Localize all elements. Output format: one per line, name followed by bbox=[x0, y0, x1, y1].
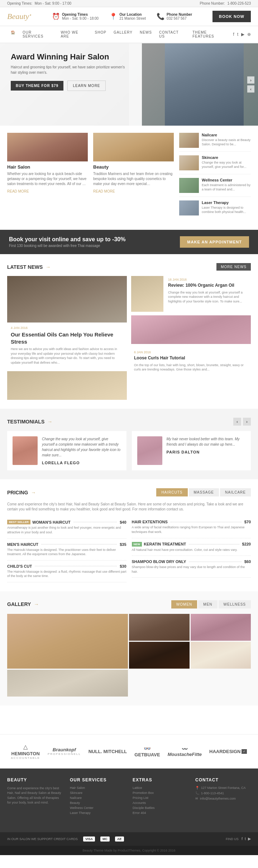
buy-theme-button[interactable]: BUY THEME FOR $79 bbox=[11, 81, 63, 91]
gallery-tab-men[interactable]: MEN bbox=[198, 600, 217, 608]
more-news-button[interactable]: MORE NEWS bbox=[216, 263, 251, 271]
footer-twitter-icon[interactable]: t bbox=[245, 837, 246, 841]
gallery-tab-women[interactable]: WOMEN bbox=[171, 600, 197, 608]
hair-extensions-price: $70 bbox=[244, 520, 251, 524]
nav-who-we-are[interactable]: WHO WE ARE bbox=[57, 26, 91, 43]
hero-arrow-left[interactable]: ‹ bbox=[247, 86, 254, 93]
nav-theme-features[interactable]: THEME FEATURES bbox=[189, 26, 233, 43]
footer-link-skincare[interactable]: Skincare bbox=[70, 791, 125, 795]
phone-footer-icon: 📞 bbox=[195, 791, 199, 795]
childs-cut-price: $30 bbox=[120, 564, 126, 568]
services-section: Hair Salon Whether you are looking for a… bbox=[0, 126, 258, 230]
pricing-tab-nailcare[interactable]: NAILCARE bbox=[220, 488, 251, 496]
brand-moustachefitte: 〰️ MoustacheFitte bbox=[168, 746, 202, 757]
testimonial-content-1: Change the way you look at yourself, giv… bbox=[42, 436, 121, 465]
facebook-icon[interactable]: f bbox=[233, 32, 234, 37]
footer-link-beauty[interactable]: Beauty bbox=[70, 801, 125, 805]
footer-link-hair-salon[interactable]: Hair Salon bbox=[70, 786, 125, 790]
footer-facebook-icon[interactable]: f bbox=[242, 837, 243, 841]
mens-haircut-desc: The Hairouki Massage is designed. The pr… bbox=[7, 548, 126, 557]
nav-contact[interactable]: CONTACT US bbox=[156, 26, 189, 43]
pricing-subtitle: Come and experience the city's best Hair… bbox=[7, 502, 251, 512]
nailcare-title: Nailcare bbox=[202, 133, 251, 137]
gallery-arrow: → bbox=[34, 601, 39, 607]
hair-salon-title: Hair Salon bbox=[7, 164, 88, 170]
pricing-item-childs-cut: CHILD'S CUT $30 The Hairouki Massage is … bbox=[7, 561, 126, 582]
footer-link-promotion[interactable]: Promotion Box bbox=[133, 791, 188, 795]
childs-cut-desc: The Hairouki Massage is designed: a flui… bbox=[7, 569, 126, 578]
gallery-tab-wellness[interactable]: WELLNESS bbox=[219, 600, 251, 608]
gallery-image-3 bbox=[191, 614, 251, 641]
header: Beauty✦ ⏰ Opening Times Mon - Sat: 9.00 … bbox=[0, 7, 258, 26]
side-news-full-image bbox=[131, 315, 251, 344]
footer-link-wellness[interactable]: Wellness Center bbox=[70, 806, 125, 810]
news-right-column: 16 JAN 2016 Review: 100% Organic Argan O… bbox=[131, 276, 251, 400]
footer-link-laser[interactable]: Laser Therapy bbox=[70, 811, 125, 815]
gallery-image-4 bbox=[129, 642, 190, 669]
pricing-item-shampoo: SHAMPOO BLOW DRY ONLY $60 Shampoo blow-d… bbox=[132, 556, 251, 578]
hair-salon-read-more[interactable]: READ MORE bbox=[7, 189, 29, 193]
testimonials-next-button[interactable]: › bbox=[243, 418, 251, 426]
pricing-section: PRICING → HAIRCUTS MASSAGE NAILCARE Come… bbox=[0, 479, 258, 591]
haardesign-badge: ✓ bbox=[242, 749, 247, 754]
opening-times: Opening Times: Mon - Sat: 9:00 - 17:00 bbox=[7, 1, 71, 5]
footer-social-links: f t ▶ bbox=[242, 837, 251, 841]
learn-more-button[interactable]: LEARN MORE bbox=[67, 81, 105, 91]
pricing-grid: BEST SELLER WOMAN'S HAIRCUT $40 Aromathe… bbox=[7, 516, 251, 582]
footer-col-beauty: BEAUTY Come and experience the city's be… bbox=[7, 777, 63, 816]
side-news-text-1: Change the way you look at yourself, giv… bbox=[168, 290, 249, 304]
testimonials-prev-button[interactable]: ‹ bbox=[233, 418, 241, 426]
nav-gallery[interactable]: GALLERY bbox=[110, 26, 136, 43]
hero-arrow-right[interactable]: › bbox=[247, 77, 254, 84]
booking-banner: Book your visit online and save up to -3… bbox=[0, 230, 258, 254]
footer-phone: 📞 1-800-113-4541 bbox=[195, 791, 251, 795]
gallery-photo-4 bbox=[129, 642, 190, 669]
gallery-main-photo bbox=[7, 614, 128, 669]
nav-items: 🏠 OUR SERVICES WHO WE ARE SHOP GALLERY N… bbox=[7, 26, 233, 43]
footer-youtube-icon[interactable]: ▶ bbox=[248, 837, 251, 841]
clock-icon: ⏰ bbox=[52, 13, 60, 20]
gallery-image-6 bbox=[7, 670, 128, 697]
nav-news[interactable]: NEWS bbox=[136, 26, 156, 43]
top-bar: Opening Times: Mon - Sat: 9:00 - 17:00 P… bbox=[0, 0, 258, 7]
nav-home[interactable]: 🏠 bbox=[7, 26, 19, 43]
footer-link-error[interactable]: Error 404 bbox=[133, 811, 188, 815]
services-grid: Hair Salon Whether you are looking for a… bbox=[7, 133, 251, 223]
rss-icon[interactable]: ⊕ bbox=[247, 32, 251, 37]
nav-services[interactable]: OUR SERVICES bbox=[19, 26, 57, 43]
pricing-tab-haircuts[interactable]: HAIRCUTS bbox=[156, 488, 187, 496]
nav-shop[interactable]: SHOP bbox=[91, 26, 110, 43]
logo[interactable]: Beauty✦ bbox=[7, 12, 32, 21]
mens-haircut-name: MEN'S HAIRCUT bbox=[7, 542, 38, 547]
wellness-thumb bbox=[179, 178, 199, 193]
news-title-arrow: → bbox=[46, 264, 51, 270]
hair-extensions-desc: A wide array of facial meditations rangi… bbox=[132, 525, 251, 534]
hero-text: Haircut and grooming tips for yourself, … bbox=[11, 64, 131, 75]
white-spacer bbox=[0, 705, 258, 734]
beauty-text: Tradition Mariners and her team thrive o… bbox=[93, 171, 174, 186]
mens-haircut-price: $35 bbox=[120, 542, 126, 547]
main-news-text: Here we are to advice you with outfit id… bbox=[11, 347, 123, 365]
gallery-photo-6 bbox=[7, 670, 128, 697]
footer-link-nailcare[interactable]: Nailcare bbox=[70, 796, 125, 800]
top-bar-left: Opening Times: Mon - Sat: 9:00 - 17:00 bbox=[7, 1, 71, 5]
pricing-tab-massage[interactable]: MASSAGE bbox=[189, 488, 219, 496]
youtube-icon[interactable]: ▶ bbox=[241, 32, 244, 37]
twitter-icon[interactable]: t bbox=[237, 32, 238, 37]
pricing-left-col: BEST SELLER WOMAN'S HAIRCUT $40 Aromathe… bbox=[7, 516, 126, 582]
main-news-card: 4 JAN 2016 Our Essential Oils Can Help Y… bbox=[7, 276, 127, 368]
beauty-read-more[interactable]: READ MORE bbox=[93, 189, 115, 193]
footer-link-disciple[interactable]: Disciple Battles bbox=[133, 806, 188, 810]
book-now-button[interactable]: BOOK NOW bbox=[212, 11, 251, 22]
footer-link-pricing[interactable]: Pricing List bbox=[133, 796, 188, 800]
visa-icon: VISA bbox=[83, 837, 95, 842]
laser-thumb bbox=[179, 200, 199, 215]
pricing-arrow: → bbox=[31, 490, 36, 495]
side-news-text-2: On the top of our lists, hair with long,… bbox=[134, 363, 248, 372]
testimonial-content-2: My hair never looked better with this te… bbox=[167, 436, 246, 454]
footer-link-accounts[interactable]: Accounts bbox=[133, 801, 188, 805]
make-appointment-button[interactable]: MAKE AN APPOINTMENT bbox=[180, 236, 249, 248]
footer-link-lattice[interactable]: Lattice bbox=[133, 786, 188, 790]
main-news-image bbox=[7, 276, 127, 323]
brand-braunkopf: Braunkopf PROFESSIONELL bbox=[48, 747, 81, 756]
